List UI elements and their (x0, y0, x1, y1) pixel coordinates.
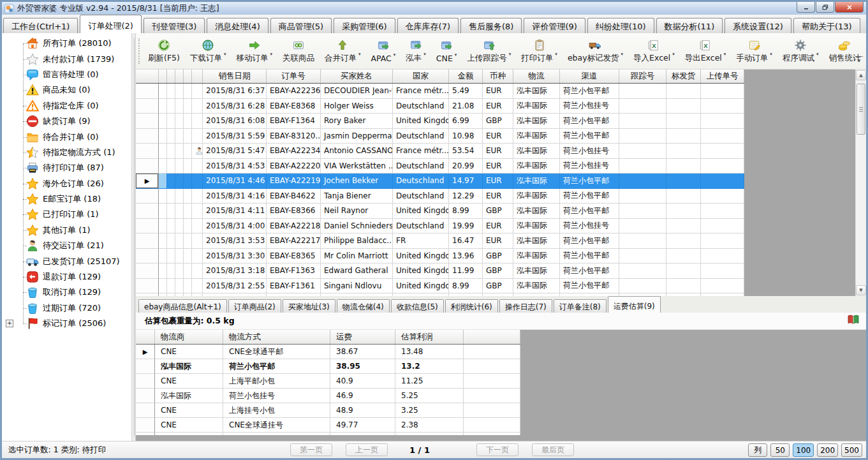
sidebar-item-4[interactable]: 商品未知 (0) (2, 82, 131, 98)
sidebar-item-12[interactable]: 已打印订单 (1) (2, 207, 131, 222)
last-page-button[interactable]: 最后页 (532, 443, 574, 456)
sidebar-item-18[interactable]: 过期订单 (720) (2, 300, 131, 316)
menu-tab-9[interactable]: 评价管理(9) (524, 18, 585, 33)
detail-tab-3[interactable]: 买家地址(3) (283, 299, 335, 313)
freight-row-1[interactable]: ▶CNECNE全球通平邮38.6713.48 (136, 345, 520, 359)
dropdown-arrow-icon[interactable]: ▾ (455, 52, 457, 57)
order-row-9[interactable]: 2015/8/31 4:11EBAY-E8366Neil RaynorUnite… (136, 204, 744, 219)
dropdown-arrow-icon[interactable]: ▾ (224, 52, 226, 57)
close-button[interactable] (835, 2, 864, 13)
toolbar-button-11[interactable]: ebay标记发货▾ (563, 37, 628, 66)
freight-column-header[interactable]: 运费 (330, 330, 395, 344)
column-header[interactable]: 订单号 (267, 70, 321, 83)
page-size-50-button[interactable]: 50 (770, 443, 790, 457)
order-row-3[interactable]: 2015/8/31 6:08EBAY-F1364Rory BakerUnited… (136, 114, 744, 129)
toolbar-button-14[interactable]: 手动订单▾ (732, 37, 777, 66)
column-header[interactable]: 币种 (483, 70, 513, 83)
prev-page-button[interactable]: 上一页 (346, 443, 388, 456)
sidebar-item-13[interactable]: 其他订单 (1) (2, 223, 131, 238)
detail-tab-4[interactable]: 物流仓储(4) (337, 299, 390, 313)
freight-row-7[interactable]: 全球快客 (136, 433, 520, 435)
sidebar-item-19[interactable]: 标记订单 (2506)+ (2, 316, 131, 331)
menu-tab-8[interactable]: 售后服务(8) (460, 18, 522, 33)
sidebar-item-17[interactable]: 取消订单 (129) (2, 285, 131, 300)
toolbar-button-6[interactable]: APAC▾ (366, 38, 400, 65)
detail-tab-8[interactable]: 订单备注(8) (554, 299, 607, 313)
sidebar-item-16[interactable]: 退款订单 (129) (2, 269, 131, 285)
menu-tab-2[interactable]: 订单处理(2) (80, 15, 141, 33)
freight-row-6[interactable]: CNECNE全球通挂号49.772.38 (136, 418, 520, 433)
scroll-up-icon[interactable]: ▲ (856, 70, 866, 80)
page-size-500-button[interactable]: 500 (841, 443, 862, 457)
menu-tab-3[interactable]: 刊登管理(3) (143, 18, 205, 33)
menu-tab-7[interactable]: 仓库库存(7) (397, 18, 459, 33)
sidebar-item-2[interactable]: 未付款订单 (1739) (2, 51, 131, 66)
toolbar-button-10[interactable]: 打印订单▾ (517, 37, 562, 66)
column-header[interactable]: 国家 (393, 70, 449, 83)
menu-tab-6[interactable]: 采购管理(6) (334, 18, 395, 33)
sidebar-item-9[interactable]: 待打印订单 (87) (2, 160, 131, 175)
column-header[interactable]: 买家姓名 (321, 70, 393, 83)
restore-button[interactable] (816, 2, 834, 13)
dropdown-arrow-icon[interactable]: ▾ (816, 52, 819, 57)
column-header[interactable]: 物流 (513, 70, 560, 83)
sidebar-item-5[interactable]: 待指定仓库 (0) (2, 98, 131, 114)
toolbar-button-1[interactable]: 刷新(F5) (143, 37, 184, 66)
sidebar-item-15[interactable]: 已发货订单 (25107) (2, 253, 131, 269)
toolbar-button-4[interactable]: 关联商品 (278, 37, 319, 66)
toolbar-overflow-button[interactable]: ▼ (855, 56, 863, 63)
toolbar-button-15[interactable]: 程序调试▾ (778, 37, 823, 66)
detail-tab-1[interactable]: ebay商品信息(Alt+1) (138, 299, 227, 313)
sidebar-splitter[interactable] (131, 33, 136, 441)
order-row-2[interactable]: 2015/8/31 6:28EBAY-E8368Holger WeissDeut… (136, 99, 744, 114)
dropdown-arrow-icon[interactable]: ▾ (509, 52, 511, 57)
sidebar-item-8[interactable]: 待指定物流方式 (1) (2, 145, 131, 160)
first-page-button[interactable]: 第一页 (290, 443, 332, 456)
column-header[interactable]: 金额 (449, 70, 483, 83)
dropdown-arrow-icon[interactable]: ▾ (394, 52, 396, 57)
minimize-button[interactable] (797, 2, 815, 13)
menu-tab-11[interactable]: 数据分析(11) (656, 18, 723, 33)
order-row-5[interactable]: 2015/8/31 5:47EBAY-A22234Antonio CASSANO… (136, 144, 744, 159)
toolbar-button-8[interactable]: CNE▾ (432, 38, 462, 65)
toolbar-button-5[interactable]: 合并订单▾ (320, 37, 365, 66)
column-header[interactable]: 跟踪号 (619, 70, 666, 83)
toolbar-button-3[interactable]: 移动订单▾ (232, 37, 277, 66)
vertical-scrollbar[interactable]: ▲ ▼ (855, 70, 866, 296)
sidebar-item-14[interactable]: 待交运订单 (21) (2, 238, 131, 253)
column-header[interactable]: 渠道 (560, 70, 619, 83)
dropdown-arrow-icon[interactable]: ▾ (423, 52, 426, 57)
dropdown-arrow-icon[interactable]: ▾ (555, 52, 557, 57)
dropdown-arrow-icon[interactable]: ▾ (621, 52, 624, 57)
menu-tab-1[interactable]: 工作台(Ctrl+1) (3, 18, 78, 33)
menu-tab-13[interactable]: 帮助关于(13) (793, 18, 860, 33)
menu-tab-10[interactable]: 纠纷处理(10) (587, 18, 654, 33)
page-size-100-button[interactable]: 100 (793, 443, 814, 457)
freight-row-5[interactable]: CNE上海挂号小包48.93.25 (136, 403, 520, 418)
toolbar-button-9[interactable]: 上传跟踪号▾ (462, 37, 515, 66)
toolbar-button-12[interactable]: X导入Excel▾ (629, 37, 679, 66)
next-page-button[interactable]: 下一页 (476, 443, 519, 456)
order-row-13[interactable]: 2015/8/31 3:18EBAY-F1363Edward GatheralU… (136, 263, 744, 279)
sidebar-item-7[interactable]: 待合并订单 (0) (2, 129, 131, 144)
detail-tab-6[interactable]: 利润统计(6) (445, 299, 498, 313)
order-row-11[interactable]: 2015/8/31 3:53EBAY-A22217Philippe Baldac… (136, 234, 744, 249)
sidebar-item-3[interactable]: 留言待处理 (0) (2, 67, 131, 82)
menu-tab-4[interactable]: 消息处理(4) (207, 18, 268, 33)
dropdown-arrow-icon[interactable]: ▾ (672, 52, 675, 57)
dropdown-arrow-icon[interactable]: ▾ (270, 52, 272, 57)
freight-row-2[interactable]: 泓丰国际荷兰小包平邮38.9513.2 (136, 359, 520, 374)
sidebar-item-1[interactable]: 所有订单 (28010) (2, 36, 131, 51)
page-size-200-button[interactable]: 200 (817, 443, 838, 457)
column-header[interactable]: 销售日期 (203, 70, 267, 83)
freight-row-3[interactable]: CNE上海平邮小包40.911.25 (136, 374, 520, 389)
order-row-14[interactable]: 2015/8/31 2:55EBAY-F1361Singani NdlovuUn… (136, 279, 744, 294)
column-header[interactable]: 上传单号 (701, 70, 744, 83)
manual-book-icon[interactable] (847, 314, 860, 325)
detail-tab-5[interactable]: 收款信息(5) (391, 299, 444, 313)
dropdown-arrow-icon[interactable]: ▾ (358, 52, 361, 57)
menu-tab-5[interactable]: 商品管理(5) (270, 18, 332, 33)
menu-tab-12[interactable]: 系统设置(12) (725, 18, 791, 33)
detail-tab-7[interactable]: 操作日志(7) (499, 299, 552, 313)
columns-button[interactable]: 列 (748, 443, 767, 457)
